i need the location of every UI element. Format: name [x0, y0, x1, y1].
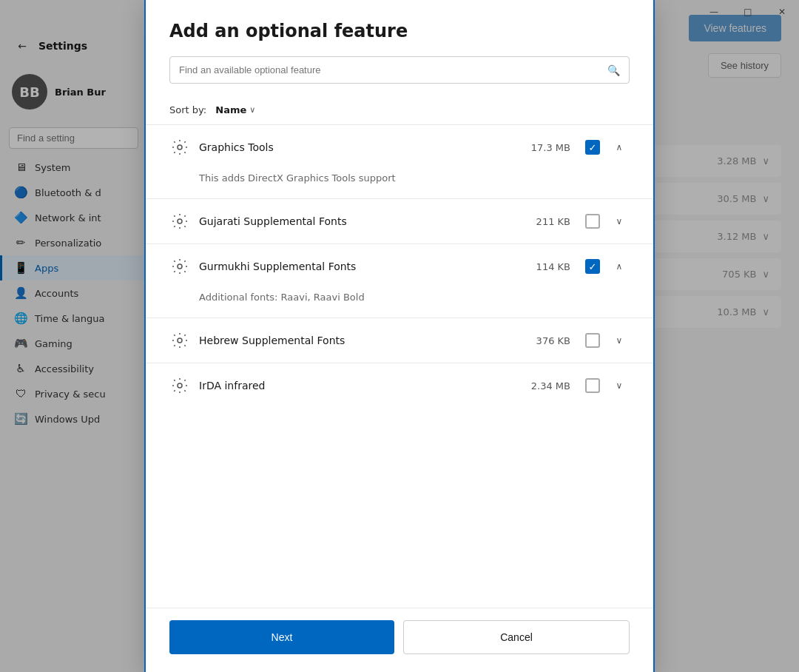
svg-point-1	[178, 219, 182, 224]
add-optional-feature-dialog: Add an optional feature 🔍 Sort by: Name …	[144, 0, 655, 672]
search-icon: 🔍	[607, 64, 620, 76]
feature-size: 211 KB	[536, 216, 570, 227]
svg-point-2	[178, 264, 182, 269]
feature-name: Gurmukhi Supplemental Fonts	[199, 261, 527, 272]
minimize-button[interactable]: —	[697, 0, 731, 24]
dialog-footer: Next Cancel	[146, 608, 653, 672]
feature-item-hebrew-fonts: Hebrew Supplemental Fonts 376 KB ∨	[146, 317, 653, 363]
feature-size: 17.3 MB	[531, 142, 570, 153]
feature-item-gurmukhi-fonts: Gurmukhi Supplemental Fonts 114 KB ✓ ∧ A…	[146, 243, 653, 317]
feature-expand-hebrew-fonts[interactable]: ∨	[609, 330, 630, 351]
dialog-title: Add an optional feature	[169, 21, 630, 41]
feature-checkbox-irda[interactable]	[585, 378, 600, 393]
feature-row-irda: IrDA infrared 2.34 MB ∨	[146, 363, 653, 408]
maximize-button[interactable]: □	[731, 0, 765, 24]
feature-size: 2.34 MB	[531, 380, 570, 392]
feature-row-gurmukhi-fonts: Gurmukhi Supplemental Fonts 114 KB ✓ ∧	[146, 244, 653, 289]
feature-checkbox-hebrew-fonts[interactable]	[585, 333, 600, 348]
feature-item-irda: IrDA infrared 2.34 MB ∨	[146, 363, 653, 408]
dialog-header: Add an optional feature 🔍	[146, 0, 653, 95]
feature-name: Graphics Tools	[199, 141, 522, 153]
feature-name: Gujarati Supplemental Fonts	[199, 215, 527, 227]
sort-row: Sort by: Name ∨	[146, 95, 653, 124]
feature-expand-graphics-tools[interactable]: ∧	[609, 137, 630, 158]
feature-list: Graphics Tools 17.3 MB ✓ ∧ This adds Dir…	[146, 124, 653, 608]
svg-point-3	[178, 338, 182, 343]
feature-item-gujarati-fonts: Gujarati Supplemental Fonts 211 KB ∨	[146, 198, 653, 243]
window-chrome: — □ ✕	[697, 0, 799, 24]
gear-icon	[169, 256, 190, 277]
feature-size: 114 KB	[536, 261, 570, 272]
gear-icon	[169, 211, 190, 232]
sort-chevron-icon[interactable]: ∨	[249, 105, 255, 115]
feature-size: 376 KB	[536, 335, 570, 346]
cancel-button[interactable]: Cancel	[403, 620, 630, 654]
feature-expand-gujarati-fonts[interactable]: ∨	[609, 211, 630, 232]
feature-item-graphics-tools: Graphics Tools 17.3 MB ✓ ∧ This adds Dir…	[146, 124, 653, 198]
feature-checkbox-gujarati-fonts[interactable]	[585, 214, 600, 229]
feature-search-input[interactable]	[179, 57, 607, 83]
feature-name: Hebrew Supplemental Fonts	[199, 335, 527, 346]
feature-checkbox-graphics-tools[interactable]: ✓	[585, 140, 600, 155]
next-button[interactable]: Next	[169, 620, 394, 654]
feature-row-gujarati-fonts: Gujarati Supplemental Fonts 211 KB ∨	[146, 199, 653, 243]
feature-row-graphics-tools: Graphics Tools 17.3 MB ✓ ∧	[146, 125, 653, 169]
svg-point-0	[178, 145, 182, 149]
feature-checkbox-gurmukhi-fonts[interactable]: ✓	[585, 259, 600, 274]
gear-icon	[169, 330, 190, 351]
feature-name: IrDA infrared	[199, 380, 522, 392]
feature-expand-irda[interactable]: ∨	[609, 375, 630, 396]
svg-point-4	[178, 383, 182, 388]
close-button[interactable]: ✕	[765, 0, 799, 24]
feature-search-box: 🔍	[169, 56, 630, 84]
sort-name: Name	[215, 104, 246, 115]
feature-detail-gurmukhi-fonts: Additional fonts: Raavi, Raavi Bold	[146, 289, 653, 317]
feature-row-hebrew-fonts: Hebrew Supplemental Fonts 376 KB ∨	[146, 318, 653, 363]
feature-expand-gurmukhi-fonts[interactable]: ∧	[609, 256, 630, 277]
gear-icon	[169, 375, 190, 396]
feature-detail-graphics-tools: This adds DirectX Graphics Tools support	[146, 169, 653, 198]
gear-icon	[169, 137, 190, 158]
